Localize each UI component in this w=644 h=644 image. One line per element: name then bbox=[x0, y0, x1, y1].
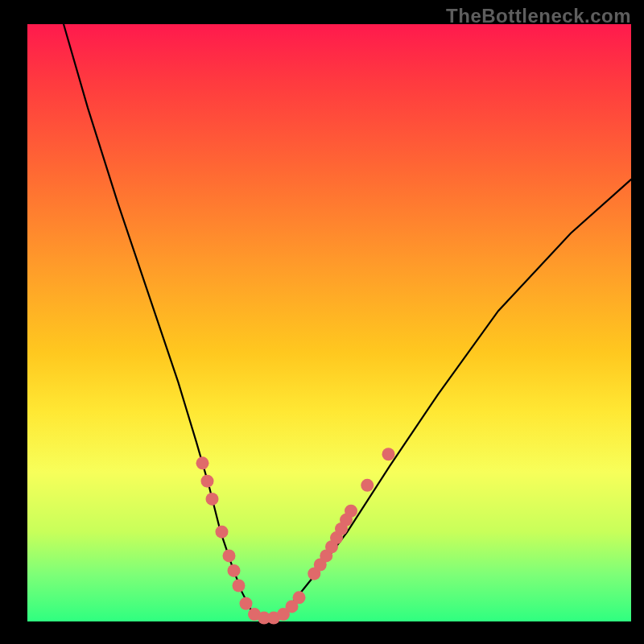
curve-marker bbox=[361, 479, 374, 492]
curve-marker bbox=[293, 591, 306, 604]
curve-marker bbox=[223, 549, 236, 562]
curve-marker bbox=[201, 475, 214, 488]
curve-marker bbox=[345, 505, 357, 518]
curve-marker bbox=[382, 448, 395, 460]
curve-marker bbox=[196, 456, 209, 469]
chart-overlay bbox=[27, 24, 631, 621]
watermark-text: TheBottleneck.com bbox=[446, 5, 631, 27]
curve-marker bbox=[228, 564, 241, 577]
chart-frame: TheBottleneck.com bbox=[0, 0, 644, 644]
marker-group bbox=[196, 448, 395, 624]
curve-marker bbox=[206, 493, 219, 506]
curve-marker bbox=[240, 597, 253, 610]
curve-marker bbox=[233, 579, 246, 592]
curve-marker bbox=[216, 526, 229, 539]
